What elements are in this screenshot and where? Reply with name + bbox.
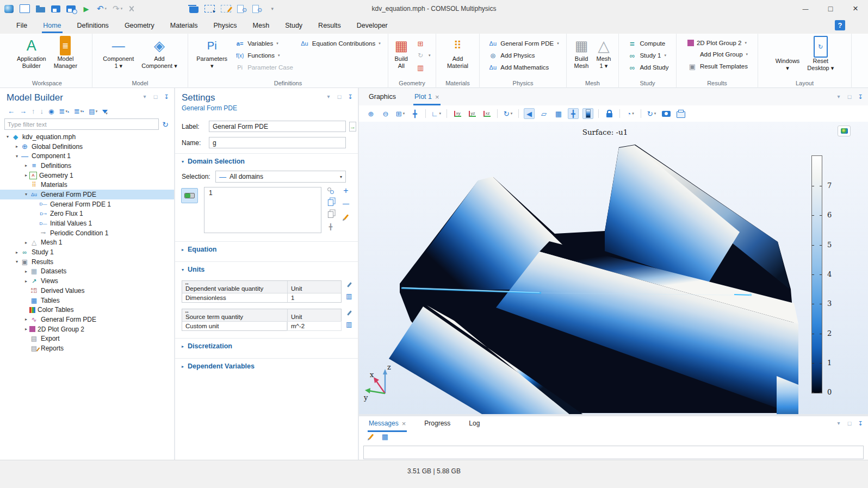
ribbon-rebuild[interactable]: ▾ [416, 52, 431, 59]
model-tree-node-text-icon[interactable]: ▾ [89, 108, 97, 115]
tree-item-results[interactable]: ▾Results [0, 257, 174, 267]
messages-output[interactable] [363, 446, 864, 459]
menu-physics[interactable]: Physics [212, 18, 238, 33]
close-tab-icon[interactable]: × [435, 93, 439, 101]
go-to-view-icon[interactable]: ∟▾ [431, 108, 442, 119]
ribbon-model-manager[interactable]: ModelManager [51, 35, 80, 80]
filter-icon[interactable]: ▾ [102, 110, 108, 114]
tree-item-global-definitions[interactable]: ▸Global Definitions [0, 142, 174, 152]
edit-quantity-icon[interactable] [347, 310, 352, 316]
expander-open-icon[interactable]: ▾ [14, 259, 20, 264]
open-icon[interactable] [36, 7, 45, 12]
zoom-out-icon[interactable]: ⊖ [380, 108, 391, 119]
undo-icon[interactable] [97, 4, 107, 14]
expander-closed-icon[interactable]: ▸ [23, 327, 29, 331]
expander-open-icon[interactable]: ▾ [14, 154, 20, 159]
close-button[interactable] [843, 0, 868, 17]
ribbon-add-physics[interactable]: Add Physics [488, 52, 559, 59]
ribbon-equation-contributions[interactable]: Equation Contributions▾ [300, 40, 381, 47]
tree-item-datasets[interactable]: ▸Datasets [0, 267, 174, 277]
zoom-in-icon[interactable]: ⊕ [365, 108, 376, 119]
expander-closed-icon[interactable]: ▸ [23, 317, 29, 322]
menu-mesh[interactable]: Mesh [252, 18, 271, 33]
panel-pin-icon[interactable] [857, 420, 864, 427]
panel-collapse-icon[interactable] [835, 93, 842, 101]
selection-dropdown[interactable]: — All domains ▾ [215, 171, 346, 183]
comsol-logo-icon[interactable] [4, 5, 14, 13]
ribbon-parameters[interactable]: Parameters▾ [193, 35, 231, 80]
tree-item-tables[interactable]: Tables [0, 296, 174, 305]
ribbon-compute[interactable]: Compute [627, 40, 668, 47]
section-domain-selection[interactable]: Domain Selection [175, 153, 358, 168]
ribbon-2d-plot-group-2[interactable]: 2D Plot Group 2▾ [687, 40, 748, 46]
tab-graphics[interactable]: Graphics [368, 89, 397, 105]
ribbon-add-component[interactable]: AddComponent ▾ [138, 35, 180, 80]
print-icon[interactable] [675, 108, 686, 119]
tree-item-component-1[interactable]: ▾Component 1 [0, 151, 174, 161]
expander-closed-icon[interactable]: ▸ [23, 269, 29, 274]
minimize-button[interactable] [793, 0, 818, 17]
copy-selection-icon[interactable] [327, 199, 334, 206]
domain-list-item[interactable]: 1 [209, 189, 317, 197]
tree-item-views[interactable]: ▸Views [0, 276, 174, 286]
menu-results[interactable]: Results [317, 18, 342, 33]
tree-item-study-1[interactable]: ▸Study 1 [0, 247, 174, 257]
ribbon-application-builder[interactable]: ApplicationBuilder [14, 35, 49, 80]
remove-from-selection-icon[interactable] [342, 200, 350, 208]
tree-item-derived-values[interactable]: Derived Values [0, 286, 174, 296]
tree-item-general-form-pde[interactable]: ▾General Form PDE [0, 190, 174, 199]
search-icon[interactable] [252, 4, 262, 13]
go-to-source-icon[interactable] [346, 291, 352, 301]
tree-item-materials[interactable]: Materials [0, 180, 174, 190]
expander-closed-icon[interactable]: ▸ [14, 250, 20, 255]
unit-cell[interactable]: 1 [287, 293, 341, 302]
menu-geometry[interactable]: Geometry [123, 18, 156, 33]
delete-icon[interactable] [189, 7, 199, 13]
new-icon[interactable] [20, 4, 30, 13]
comsol-logo-chip[interactable] [838, 126, 851, 136]
ribbon-parameter-case[interactable]: Parameter Case [235, 64, 293, 71]
panel-collapse-icon[interactable] [141, 93, 148, 101]
expander-closed-icon[interactable]: ▸ [23, 240, 29, 245]
menu-home[interactable]: Home [42, 18, 62, 33]
view-xz-icon[interactable]: xz [481, 108, 492, 119]
show-grid-icon[interactable]: ▦ [553, 108, 564, 119]
rotate-view-icon[interactable]: ↻▾ [503, 108, 513, 119]
menu-definitions[interactable]: Definitions [76, 18, 110, 33]
expander-open-icon[interactable]: ▾ [4, 134, 11, 139]
transparency-icon[interactable]: ▱ [538, 108, 549, 119]
plot-lock-icon[interactable] [604, 108, 615, 119]
maximize-button[interactable] [818, 0, 843, 17]
tab-progress[interactable]: Progress [423, 415, 451, 432]
ribbon-build-all[interactable]: BuildAll [391, 35, 411, 80]
ribbon-component-1[interactable]: Component1 ▾ [100, 35, 137, 80]
tab-messages[interactable]: Messages× [368, 415, 407, 432]
close-tab-icon[interactable]: × [402, 420, 406, 428]
surface-3d-view[interactable] [359, 122, 868, 414]
tab-log[interactable]: Log [468, 415, 481, 432]
ribbon-general-form-pde[interactable]: General Form PDE▾ [488, 40, 559, 47]
section-equation[interactable]: Equation [175, 241, 358, 256]
zoom-box-icon[interactable]: ⊞▾ [395, 108, 406, 119]
label-input[interactable] [209, 121, 346, 132]
ribbon-add-material[interactable]: AddMaterial [444, 35, 472, 80]
menu-study[interactable]: Study [284, 18, 303, 33]
ribbon-insert-sequence[interactable] [416, 40, 431, 47]
expander-closed-icon[interactable]: ▸ [14, 144, 20, 149]
view-yz-icon[interactable]: yz [467, 108, 478, 119]
tree-item-definitions[interactable]: ▸Definitions [0, 161, 174, 171]
view-xy-icon[interactable]: xy [452, 108, 463, 119]
go-forward-icon[interactable] [20, 107, 27, 115]
tree-item-initial-values-1[interactable]: Initial Values 1 [0, 218, 174, 228]
tree-item-periodic-condition-1[interactable]: Periodic Condition 1 [0, 228, 174, 238]
paste-icon[interactable] [159, 4, 168, 14]
unit-cell[interactable]: m^-2 [287, 322, 341, 330]
save-icon[interactable] [51, 5, 60, 12]
ribbon-build-mesh[interactable]: BuildMesh [571, 35, 592, 80]
ribbon-reset-desktop[interactable]: ResetDesktop ▾ [804, 35, 837, 80]
cut-icon[interactable] [128, 5, 138, 12]
rename-button[interactable] [349, 122, 356, 132]
run-icon[interactable] [82, 4, 91, 14]
filter-refresh-icon[interactable] [162, 120, 169, 129]
clear-messages-icon[interactable] [367, 432, 375, 441]
